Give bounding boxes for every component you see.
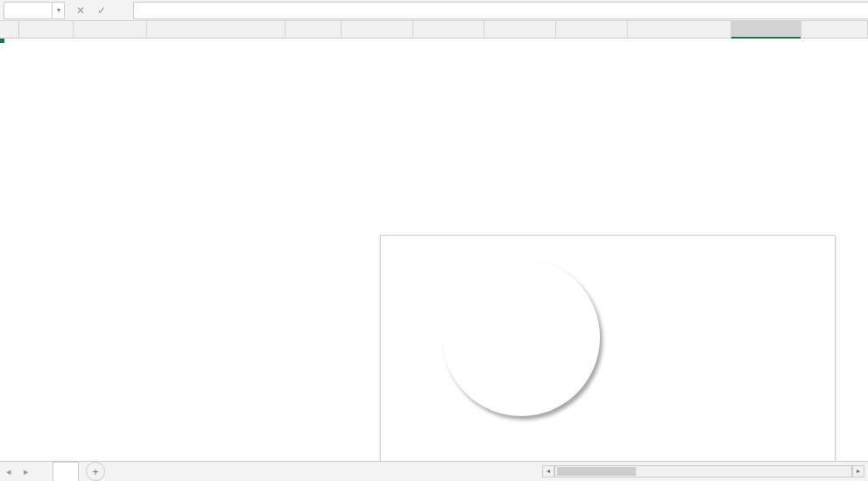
- fx-icon[interactable]: [112, 2, 133, 19]
- name-box-dropdown[interactable]: ▾: [53, 2, 65, 19]
- scroll-track[interactable]: [554, 465, 852, 477]
- active-cell-indicator: [0, 39, 4, 42]
- cancel-icon: ✕: [70, 2, 91, 19]
- col-header-J[interactable]: [731, 21, 801, 38]
- col-header-A[interactable]: [19, 21, 74, 38]
- chart[interactable]: [380, 235, 836, 461]
- col-header-H[interactable]: [556, 21, 628, 38]
- tab-nav-next[interactable]: ▸: [18, 466, 35, 477]
- scroll-right-icon[interactable]: ▸: [852, 465, 864, 477]
- add-sheet-button[interactable]: +: [86, 462, 105, 481]
- col-header-D[interactable]: [286, 21, 342, 38]
- tab-nav-prev[interactable]: ◂: [0, 466, 18, 477]
- confirm-icon: ✓: [91, 2, 112, 19]
- scroll-left-icon[interactable]: ◂: [542, 465, 554, 477]
- col-header-I[interactable]: [628, 21, 731, 38]
- col-header-G[interactable]: [484, 21, 556, 38]
- horizontal-scroll[interactable]: ◂ ▸: [105, 465, 868, 477]
- pie: [442, 258, 600, 416]
- sheet-tab-bar: ◂ ▸ + ◂ ▸: [0, 461, 868, 481]
- col-header-E[interactable]: [342, 21, 413, 38]
- formula-input[interactable]: [133, 2, 868, 19]
- scroll-thumb[interactable]: [557, 467, 636, 476]
- col-header-B[interactable]: [74, 21, 147, 38]
- select-all-corner[interactable]: [0, 21, 19, 38]
- sheet-tab[interactable]: [53, 462, 79, 481]
- col-header-F[interactable]: [413, 21, 485, 38]
- col-header-K[interactable]: [801, 21, 868, 38]
- name-box[interactable]: [4, 2, 53, 19]
- formula-bar: ▾ ✕ ✓: [0, 0, 868, 21]
- column-headers: [0, 21, 868, 39]
- pie-area: [381, 243, 653, 444]
- col-header-C[interactable]: [147, 21, 286, 38]
- chart-legend: [653, 243, 828, 444]
- chart-title: [381, 236, 835, 243]
